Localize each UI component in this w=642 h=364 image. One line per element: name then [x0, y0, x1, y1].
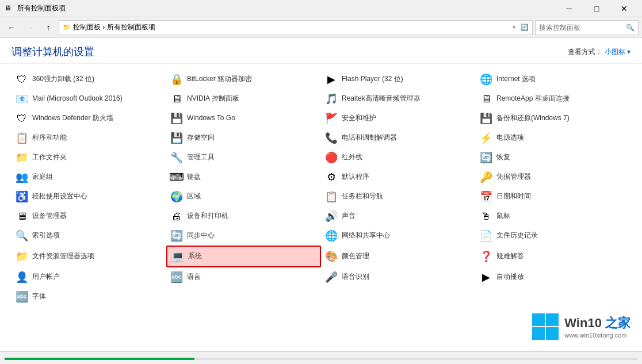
list-item[interactable]: 🔊 声音: [321, 206, 476, 226]
list-item[interactable]: 👤 用户帐户: [12, 267, 166, 287]
item-icon: 🎨: [324, 250, 338, 263]
list-item[interactable]: 📄 文件历史记录: [476, 226, 630, 246]
item-icon: 🖥: [15, 209, 29, 223]
list-item[interactable]: 💾 备份和还原(Windows 7): [476, 109, 630, 128]
list-item[interactable]: 🌐 网络和共享中心: [321, 226, 476, 246]
list-item[interactable]: 📁 工作文件夹: [12, 148, 166, 167]
window-icon: 🖥: [5, 4, 14, 13]
list-item[interactable]: ⚙ 默认程序: [321, 167, 476, 187]
view-options: 查看方式： 小图标 ▾: [568, 47, 630, 57]
item-label: 键盘: [187, 173, 201, 182]
svg-rect-1: [546, 313, 559, 326]
item-label: 字体: [32, 292, 46, 301]
item-icon: 💾: [170, 131, 184, 145]
list-item[interactable]: 🔄 同步中心: [166, 226, 321, 246]
list-item[interactable]: 🎨 颜色管理: [321, 246, 476, 267]
list-item[interactable]: ❓ 疑难解答: [476, 246, 630, 267]
item-icon: 🔒: [170, 72, 184, 86]
list-item[interactable]: 💾 存储空间: [166, 128, 321, 148]
item-icon: 🌐: [479, 72, 493, 86]
item-label: 区域: [187, 192, 201, 201]
list-item[interactable]: 🌍 区域: [166, 187, 321, 206]
maximize-button[interactable]: □: [583, 0, 610, 17]
item-icon: ♿: [15, 190, 29, 204]
list-item[interactable]: 🔒 BitLocker 驱动器加密: [166, 70, 321, 89]
item-label: 自动播放: [496, 273, 524, 282]
item-icon: 🚩: [324, 112, 338, 125]
list-item[interactable]: 📁 文件资源管理器选项: [12, 246, 166, 267]
list-item[interactable]: 🖥 设备管理器: [12, 206, 166, 226]
item-label: 设备和打印机: [187, 212, 228, 221]
item-icon: ❓: [479, 250, 493, 263]
item-label: Mail (Microsoft Outlook 2016): [32, 94, 123, 104]
address-bar[interactable]: 📁 控制面板 › 所有控制面板项 ▾ 🔄: [59, 20, 533, 35]
item-icon: 🌍: [170, 190, 184, 204]
list-item[interactable]: 🔤 字体: [12, 287, 166, 306]
list-item[interactable]: 👥 家庭组: [12, 167, 166, 187]
item-label: 工作文件夹: [32, 153, 67, 162]
view-option-link[interactable]: 小图标 ▾: [605, 47, 630, 57]
item-label: 设备管理器: [32, 212, 67, 221]
list-item[interactable]: 🔄 恢复: [476, 148, 630, 167]
back-button[interactable]: ←: [3, 20, 20, 36]
list-item[interactable]: 📋 程序和功能: [12, 128, 166, 148]
list-item[interactable]: ▶ Flash Player (32 位): [321, 70, 476, 89]
list-item[interactable]: 💻 系统: [166, 246, 321, 267]
list-item[interactable]: ♿ 轻松使用设置中心: [12, 187, 166, 206]
list-item[interactable]: 🖱 鼠标: [476, 206, 630, 226]
list-item[interactable]: 🖨 设备和打印机: [166, 206, 321, 226]
item-icon: 📧: [15, 92, 29, 106]
item-label: 红外线: [342, 153, 362, 162]
list-item[interactable]: 🖥 NVIDIA 控制面板: [166, 89, 321, 109]
list-item[interactable]: 🔴 红外线: [321, 148, 476, 167]
item-label: 安全和维护: [342, 114, 376, 123]
list-item[interactable]: ⚡ 电源选项: [476, 128, 630, 148]
list-item[interactable]: ▶ 自动播放: [476, 267, 630, 287]
item-label: 备份和还原(Windows 7): [496, 114, 570, 123]
list-item[interactable]: 📅 日期和时间: [476, 187, 630, 206]
list-item[interactable]: 🛡 Windows Defender 防火墙: [12, 109, 166, 128]
item-label: 电源选项: [496, 133, 524, 143]
item-label: 颜色管理: [342, 252, 369, 261]
search-bar[interactable]: 🔍: [535, 20, 639, 35]
list-item[interactable]: ⌨ 键盘: [166, 167, 321, 187]
minimize-button[interactable]: ─: [556, 0, 582, 17]
item-icon: 🌐: [324, 229, 338, 243]
list-item[interactable]: 🛡 360强力卸载 (32 位): [12, 70, 166, 89]
forward-button[interactable]: →: [22, 20, 38, 36]
close-button[interactable]: ✕: [611, 0, 637, 17]
page-title: 调整计算机的设置: [12, 45, 94, 59]
watermark-title: Win10 之家: [564, 315, 630, 332]
item-icon: 📁: [15, 250, 29, 263]
list-item[interactable]: 🖥 RemoteApp 和桌面连接: [476, 89, 630, 109]
status-bar: [0, 351, 642, 364]
item-icon: 🔄: [170, 229, 184, 243]
list-item[interactable]: 🚩 安全和维护: [321, 109, 476, 128]
list-item[interactable]: 🎵 Realtek高清晰音频管理器: [321, 89, 476, 109]
item-icon: 📅: [479, 190, 493, 204]
up-button[interactable]: ↑: [40, 20, 56, 36]
list-item[interactable]: 📧 Mail (Microsoft Outlook 2016): [12, 89, 166, 109]
item-icon: ⌨: [170, 170, 184, 184]
search-input[interactable]: [539, 24, 626, 32]
item-icon: 📋: [324, 190, 338, 204]
item-label: 用户帐户: [32, 273, 60, 282]
item-label: BitLocker 驱动器加密: [187, 75, 252, 84]
content-header: 调整计算机的设置 查看方式： 小图标 ▾: [0, 38, 642, 64]
item-label: 程序和功能: [32, 133, 67, 143]
list-item[interactable]: 🔑 凭据管理器: [476, 167, 630, 187]
list-item[interactable]: 💾 Windows To Go: [166, 109, 321, 128]
list-item[interactable]: 🔍 索引选项: [12, 226, 166, 246]
item-icon: 🔑: [479, 170, 493, 184]
list-item[interactable]: 📋 任务栏和导航: [321, 187, 476, 206]
item-label: Internet 选项: [496, 75, 536, 84]
list-item[interactable]: 🔧 管理工具: [166, 148, 321, 167]
list-item[interactable]: 📞 电话和调制解调器: [321, 128, 476, 148]
item-label: 系统: [188, 252, 202, 261]
list-item[interactable]: 🔤 语言: [166, 267, 321, 287]
item-label: 日期和时间: [496, 192, 531, 201]
list-item[interactable]: 🌐 Internet 选项: [476, 70, 630, 89]
list-item[interactable]: 🎤 语音识别: [321, 267, 476, 287]
item-icon: 🔤: [15, 290, 29, 304]
item-icon: 💾: [479, 112, 493, 125]
